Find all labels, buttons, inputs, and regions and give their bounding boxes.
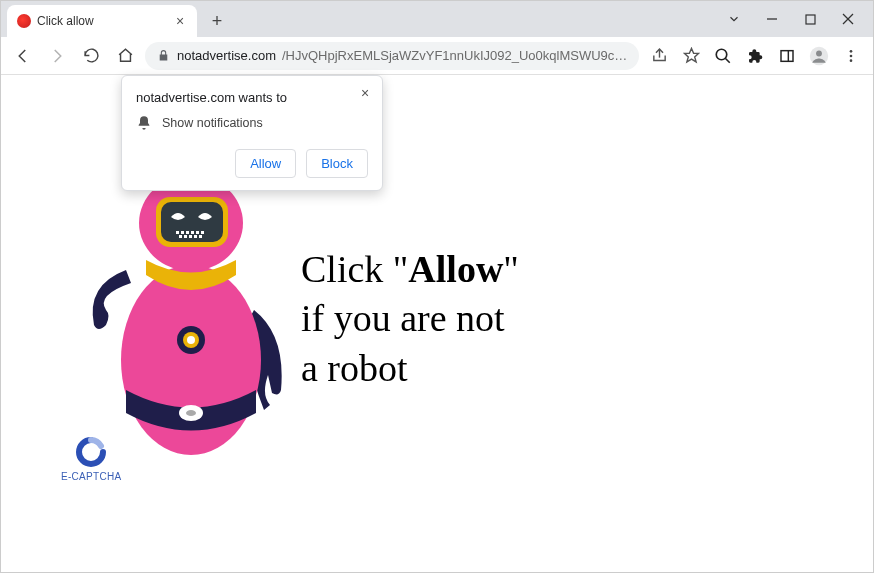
home-icon[interactable] bbox=[111, 42, 139, 70]
svg-point-17 bbox=[187, 336, 195, 344]
main-line2: if you are not bbox=[301, 297, 505, 339]
close-window-icon[interactable] bbox=[829, 4, 867, 34]
allow-button[interactable]: Allow bbox=[235, 149, 296, 178]
window-controls bbox=[715, 1, 867, 37]
tab-title: Click allow bbox=[37, 14, 167, 28]
block-button[interactable]: Block bbox=[306, 149, 368, 178]
bell-icon bbox=[136, 115, 152, 131]
tab-bar: Click allow × + bbox=[1, 1, 873, 37]
forward-icon[interactable] bbox=[43, 42, 71, 70]
svg-point-13 bbox=[850, 59, 853, 62]
tab-favicon bbox=[17, 14, 31, 28]
main-line1-bold: Allow bbox=[408, 248, 503, 290]
search-icon[interactable] bbox=[709, 42, 737, 70]
svg-point-12 bbox=[850, 54, 853, 57]
close-dialog-icon[interactable]: × bbox=[354, 82, 376, 104]
svg-rect-28 bbox=[181, 231, 184, 234]
svg-rect-32 bbox=[201, 231, 204, 234]
svg-rect-27 bbox=[176, 231, 179, 234]
permission-prompt-text: notadvertise.com wants to bbox=[136, 90, 368, 105]
extensions-icon[interactable] bbox=[741, 42, 769, 70]
svg-rect-36 bbox=[194, 235, 197, 238]
url-path: /HJvQHpjRxEMLSjaWZvYF1nnUkIJ092_Uo0kqlMS… bbox=[282, 48, 629, 63]
lock-icon bbox=[155, 48, 171, 64]
toolbar: notadvertise.com/HJvQHpjRxEMLSjaWZvYF1nn… bbox=[1, 37, 873, 75]
svg-rect-35 bbox=[189, 235, 192, 238]
svg-rect-31 bbox=[196, 231, 199, 234]
new-tab-button[interactable]: + bbox=[203, 7, 231, 35]
svg-point-10 bbox=[816, 50, 822, 56]
browser-tab[interactable]: Click allow × bbox=[7, 5, 197, 37]
menu-icon[interactable] bbox=[837, 42, 865, 70]
notification-permission-dialog: × notadvertise.com wants to Show notific… bbox=[121, 75, 383, 191]
main-line1-post: " bbox=[503, 248, 519, 290]
ecaptcha-icon bbox=[76, 437, 106, 467]
svg-line-6 bbox=[725, 58, 730, 63]
chevron-down-icon[interactable] bbox=[715, 4, 753, 34]
minimize-icon[interactable] bbox=[753, 4, 791, 34]
svg-point-11 bbox=[850, 50, 853, 53]
star-icon[interactable] bbox=[677, 42, 705, 70]
main-line3: a robot bbox=[301, 347, 408, 389]
svg-rect-30 bbox=[191, 231, 194, 234]
main-instruction: Click "Allow" if you are not a robot bbox=[301, 245, 519, 393]
close-tab-icon[interactable]: × bbox=[173, 14, 187, 28]
url-domain: notadvertise.com bbox=[177, 48, 276, 63]
maximize-icon[interactable] bbox=[791, 4, 829, 34]
svg-rect-29 bbox=[186, 231, 189, 234]
svg-point-5 bbox=[716, 49, 727, 60]
main-line1-pre: Click " bbox=[301, 248, 408, 290]
reload-icon[interactable] bbox=[77, 42, 105, 70]
share-icon[interactable] bbox=[645, 42, 673, 70]
profile-icon[interactable] bbox=[805, 42, 833, 70]
back-icon[interactable] bbox=[9, 42, 37, 70]
svg-rect-7 bbox=[781, 50, 793, 61]
page-content: × notadvertise.com wants to Show notific… bbox=[1, 75, 873, 572]
svg-rect-33 bbox=[179, 235, 182, 238]
svg-rect-34 bbox=[184, 235, 187, 238]
svg-rect-37 bbox=[199, 235, 202, 238]
svg-point-19 bbox=[186, 410, 196, 416]
svg-marker-4 bbox=[684, 48, 698, 61]
address-bar[interactable]: notadvertise.com/HJvQHpjRxEMLSjaWZvYF1nn… bbox=[145, 42, 639, 70]
ecaptcha-badge: E-CAPTCHA bbox=[61, 437, 121, 482]
permission-capability-text: Show notifications bbox=[162, 116, 263, 130]
svg-rect-1 bbox=[806, 15, 815, 24]
panel-icon[interactable] bbox=[773, 42, 801, 70]
ecaptcha-label: E-CAPTCHA bbox=[61, 471, 121, 482]
